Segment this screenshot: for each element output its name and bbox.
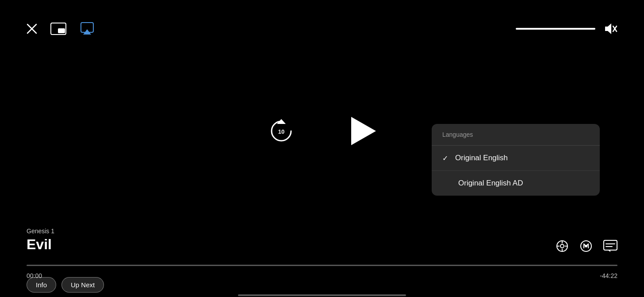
up-next-button[interactable]: Up Next <box>61 277 104 293</box>
close-icon <box>27 23 37 34</box>
video-title: Evil <box>27 236 617 253</box>
languages-dropdown: Languages ✓ Original English Original En… <box>432 124 600 196</box>
airplay-button[interactable] <box>80 22 95 35</box>
svg-rect-18 <box>604 240 617 250</box>
mute-button[interactable] <box>604 23 617 35</box>
close-button[interactable] <box>27 23 37 34</box>
svg-marker-5 <box>605 23 611 34</box>
top-controls <box>0 0 644 44</box>
pip-button[interactable] <box>50 23 66 35</box>
language-label-english: Original English <box>455 154 508 162</box>
volume-slider[interactable] <box>516 28 595 30</box>
svg-rect-3 <box>58 28 65 33</box>
top-right-controls <box>516 23 617 35</box>
replay-icon: 10 <box>268 118 295 144</box>
remaining-time: -44:22 <box>600 272 617 279</box>
center-controls: 10 <box>268 117 376 145</box>
episode-label: Genesis 1 <box>27 228 617 235</box>
subtitles-icon <box>603 240 617 252</box>
language-label-english-ad: Original English AD <box>458 179 523 188</box>
replay-button[interactable]: 10 <box>268 118 295 144</box>
airplay-icon <box>80 22 95 35</box>
mute-icon <box>604 23 617 35</box>
svg-point-11 <box>560 244 564 248</box>
audio-button[interactable] <box>579 239 593 253</box>
language-option-original-english[interactable]: ✓ Original English <box>432 146 600 171</box>
bottom-scrollbar[interactable] <box>238 294 406 296</box>
info-button[interactable]: Info <box>27 277 56 293</box>
top-left-controls <box>27 22 95 35</box>
check-icon: ✓ <box>442 154 448 162</box>
progress-bar[interactable] <box>27 265 617 266</box>
subtitles-button[interactable] <box>603 240 617 252</box>
svg-marker-21 <box>608 250 610 252</box>
pip-icon <box>50 23 66 35</box>
audio-icon <box>579 239 593 253</box>
play-button[interactable] <box>351 117 376 145</box>
dropdown-header: Languages <box>432 124 600 146</box>
bottom-buttons: Info Up Next <box>27 277 104 293</box>
time-display: 00:00 -44:22 <box>27 272 617 279</box>
settings-icon <box>556 239 569 253</box>
language-option-original-english-ad[interactable]: Original English AD <box>432 171 600 196</box>
settings-button[interactable] <box>556 239 569 253</box>
video-info: Genesis 1 Evil <box>27 228 617 253</box>
progress-container[interactable] <box>27 265 617 266</box>
bottom-right-icons <box>556 239 617 253</box>
svg-text:10: 10 <box>278 128 284 135</box>
svg-point-17 <box>585 245 587 247</box>
